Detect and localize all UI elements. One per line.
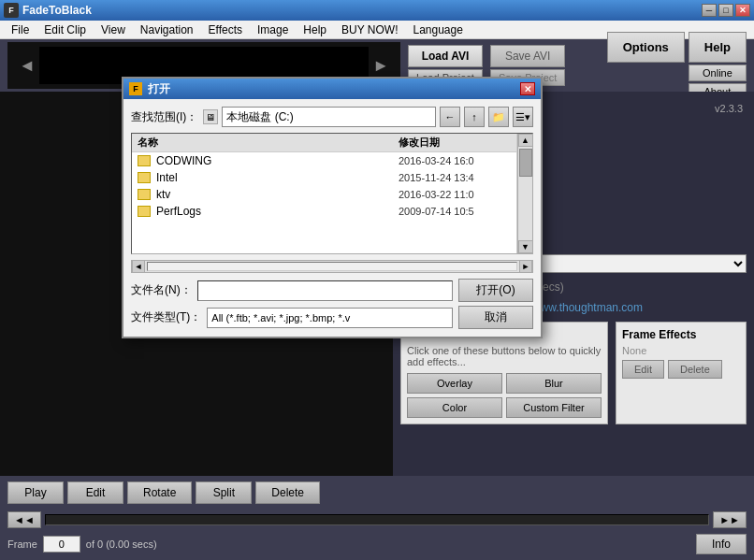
dialog-new-folder-button[interactable]: 📁 — [488, 107, 509, 127]
list-item[interactable]: Intel 2015-11-24 13:4 — [132, 169, 516, 186]
dialog-views-button[interactable]: ☰▾ — [513, 107, 533, 127]
file-date: 2015-11-24 13:4 — [399, 172, 511, 183]
menu-image[interactable]: Image — [250, 22, 296, 38]
dialog-back-button[interactable]: ← — [440, 107, 460, 127]
file-name: CODWING — [156, 154, 399, 167]
filetype-combo[interactable] — [207, 308, 453, 328]
scroll-up-arrow[interactable]: ▲ — [518, 134, 533, 147]
list-item[interactable]: PerfLogs 2009-07-14 10:5 — [132, 203, 516, 220]
search-label: 查找范围(I)： — [131, 109, 197, 125]
dialog-cancel-button[interactable]: 取消 — [458, 306, 533, 329]
title-bar: F FadeToBlack ─ □ ✕ — [0, 0, 754, 21]
menu-edit-clip[interactable]: Edit Clip — [36, 22, 94, 38]
location-combo[interactable]: 本地磁盘 (C:) — [222, 107, 436, 127]
dialog-overlay: F 打开 ✕ 查找范围(I)： 🖥 本地磁盘 (C:) ← — [0, 39, 754, 560]
file-name: PerfLogs — [156, 205, 399, 218]
dialog-location-bar: 🖥 本地磁盘 (C:) ← ↑ 📁 ☰▾ — [203, 107, 533, 127]
scroll-right-arrow[interactable]: ► — [519, 260, 532, 273]
dialog-close-button[interactable]: ✕ — [520, 82, 535, 95]
dialog-title-bar: F 打开 ✕ — [123, 79, 541, 99]
file-list: 名称 修改日期 CODWING 2016-03-24 16:0 — [132, 134, 517, 253]
file-date: 2016-03-22 11:0 — [399, 189, 511, 200]
dialog-open-button[interactable]: 打开(O) — [458, 279, 533, 302]
app-icon: F — [4, 3, 19, 18]
folder-icon — [138, 189, 151, 200]
file-list-header: 名称 修改日期 — [132, 134, 516, 152]
dialog-filetype-row: 文件类型(T)： 取消 — [131, 306, 533, 329]
filetype-label: 文件类型(T)： — [131, 309, 201, 325]
menu-help[interactable]: Help — [296, 22, 334, 38]
minimize-button[interactable]: ─ — [702, 4, 717, 17]
app-window: F FadeToBlack ─ □ ✕ File Edit Clip View … — [0, 0, 754, 560]
list-item[interactable]: ktv 2016-03-22 11:0 — [132, 186, 516, 203]
menu-navigation[interactable]: Navigation — [133, 22, 201, 38]
scroll-thumb[interactable] — [519, 149, 532, 177]
close-button[interactable]: ✕ — [735, 4, 750, 17]
file-list-container: 名称 修改日期 CODWING 2016-03-24 16:0 — [131, 133, 533, 254]
menu-file[interactable]: File — [4, 22, 36, 38]
dialog-body: 查找范围(I)： 🖥 本地磁盘 (C:) ← ↑ 📁 ☰▾ — [123, 99, 541, 337]
dialog-title-icon: F — [129, 82, 142, 95]
window-title: FadeToBlack — [22, 4, 702, 17]
window-controls: ─ □ ✕ — [702, 4, 750, 17]
folder-icon — [138, 206, 151, 217]
dialog-title: 打开 — [148, 81, 520, 97]
dialog-location-row: 查找范围(I)： 🖥 本地磁盘 (C:) ← ↑ 📁 ☰▾ — [131, 107, 533, 127]
scroll-track — [147, 262, 517, 271]
menu-buy-now[interactable]: BUY NOW! — [334, 22, 405, 38]
file-date: 2009-07-14 10:5 — [399, 206, 511, 217]
open-file-dialog: F 打开 ✕ 查找范围(I)： 🖥 本地磁盘 (C:) ← — [122, 77, 543, 338]
filename-label: 文件名(N)： — [131, 282, 192, 298]
main-content: ◄ ► Load AVI Load Project Save AVI Save … — [0, 39, 754, 560]
maximize-button[interactable]: □ — [718, 4, 733, 17]
folder-icon — [138, 172, 151, 183]
menu-language[interactable]: Language — [406, 22, 471, 38]
menu-view[interactable]: View — [94, 22, 133, 38]
dialog-filename-row: 文件名(N)： 打开(O) — [131, 279, 533, 302]
file-date: 2016-03-24 16:0 — [399, 155, 511, 166]
dialog-up-button[interactable]: ↑ — [464, 107, 485, 127]
filename-input[interactable] — [197, 280, 453, 301]
file-name: ktv — [156, 188, 399, 201]
scroll-left-arrow[interactable]: ◄ — [132, 260, 145, 273]
vertical-scrollbar[interactable]: ▲ ▼ — [517, 134, 532, 253]
file-name: Intel — [156, 171, 399, 184]
col-name: 名称 — [138, 136, 399, 150]
horizontal-scrollbar[interactable]: ◄ ► — [131, 260, 533, 273]
scroll-down-arrow[interactable]: ▼ — [518, 240, 533, 253]
list-item[interactable]: CODWING 2016-03-24 16:0 — [132, 152, 516, 169]
menu-effects[interactable]: Effects — [201, 22, 250, 38]
location-computer-icon: 🖥 — [203, 109, 218, 124]
col-date: 修改日期 — [399, 136, 511, 150]
folder-icon — [138, 155, 151, 166]
